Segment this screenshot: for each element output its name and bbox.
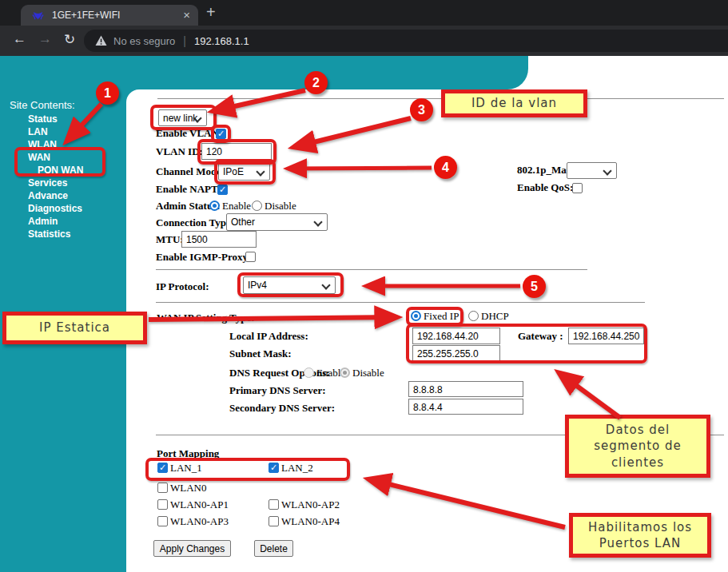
lan2-label: LAN_2 xyxy=(281,463,313,474)
local-ip-label: Local IP Address: xyxy=(229,331,308,342)
sidebar-item-diagnostics[interactable]: Diagnostics xyxy=(28,203,82,214)
step-2-badge: 2 xyxy=(304,71,328,94)
subnet-mask-input[interactable]: 255.255.255.0 xyxy=(412,345,500,362)
step-4-badge: 4 xyxy=(434,156,457,179)
wlan0-ap3-label: WLAN0-AP3 xyxy=(170,516,229,527)
link-select[interactable]: new link xyxy=(158,109,207,126)
connection-type-select[interactable]: Other xyxy=(226,213,328,231)
back-icon[interactable]: ← xyxy=(13,31,26,47)
chevron-down-icon xyxy=(313,217,322,226)
wlan0-ap1-label: WLAN0-AP1 xyxy=(170,499,229,510)
wlan0-ap2-label: WLAN0-AP2 xyxy=(281,499,340,510)
ip-protocol-value: IPv4 xyxy=(248,280,267,291)
lan1-checkbox[interactable] xyxy=(157,463,168,473)
wlan0-label: WLAN0 xyxy=(170,483,207,494)
sidebar-item-advance[interactable]: Advance xyxy=(28,190,68,201)
callout-vlan-id: ID de la vlan xyxy=(441,89,587,117)
wan-ip-settings-label: WAN IP Settings: xyxy=(157,312,235,324)
connection-type-label: Connection Type: xyxy=(156,217,234,228)
dhcp-label: DHCP xyxy=(481,311,509,322)
secondary-dns-label: Secondary DNS Server: xyxy=(229,403,335,414)
omnibox-separator: | xyxy=(183,34,186,47)
wlan0-ap1-checkbox[interactable] xyxy=(157,499,168,510)
dns-enable-radio[interactable] xyxy=(304,367,314,378)
local-ip-input[interactable]: 192.168.44.20 xyxy=(412,328,500,344)
ip-protocol-select[interactable]: IPv4 xyxy=(243,276,336,294)
wlan0-ap4-label: WLAN0-AP4 xyxy=(281,516,340,527)
admin-enable-radio[interactable] xyxy=(209,201,220,211)
wlan0-ap2-checkbox[interactable] xyxy=(269,499,279,510)
connection-type-value: Other xyxy=(231,216,255,228)
8021p-mark-select[interactable] xyxy=(567,162,617,179)
callout-client-segment: Datos del segmento de clientes xyxy=(565,415,710,478)
mtu-label: MTU: xyxy=(156,234,184,245)
callout-static-ip: IP Estatica xyxy=(2,312,147,344)
dns-disable-label: Disable xyxy=(352,367,384,379)
apply-changes-button[interactable]: Apply Changes xyxy=(153,540,231,557)
reload-icon[interactable]: ↻ xyxy=(64,31,75,48)
address-bar[interactable]: No es seguro | 192.168.1.1 xyxy=(84,30,728,52)
not-secure-warning-icon xyxy=(95,35,107,46)
admin-disable-label: Disable xyxy=(265,201,296,212)
dns-request-options-label: DNS Request Options: xyxy=(229,367,330,379)
port-mapping-title: Port Mapping xyxy=(157,448,219,459)
vlan-id-input[interactable]: 120 xyxy=(201,143,272,160)
wlan0-ap4-checkbox[interactable] xyxy=(269,516,279,526)
forward-icon[interactable]: → xyxy=(38,31,52,47)
callout-lan-ports: Habilitamos los Puertos LAN xyxy=(569,513,711,558)
url-text: 192.168.1.1 xyxy=(194,35,249,47)
browser-tab[interactable]: 1GE+1FE+WIFI × xyxy=(21,5,198,26)
sidebar-item-wan[interactable]: WAN xyxy=(28,152,50,163)
primary-dns-label: Primary DNS Server: xyxy=(229,385,326,396)
sidebar-heading: Site Contents: xyxy=(10,99,75,111)
chevron-down-icon xyxy=(321,280,330,289)
type-label: Type: xyxy=(229,312,255,324)
step-1-badge: 1 xyxy=(96,81,119,105)
screenshot-root: 1GE+1FE+WIFI × + ← → ↻ No es seguro | 19… xyxy=(0,0,728,572)
sidebar-item-wlan[interactable]: WLAN xyxy=(28,139,57,150)
wlan0-checkbox[interactable] xyxy=(157,483,168,493)
divider-wan-ip xyxy=(156,302,645,303)
wlan0-ap3-checkbox[interactable] xyxy=(157,516,168,526)
vlan-id-label: VLAN ID: xyxy=(156,146,203,157)
ip-protocol-label: IP Protocol: xyxy=(156,281,209,292)
sidebar-item-pon-wan[interactable]: PON WAN xyxy=(38,165,83,176)
gateway-input[interactable]: 192.168.44.250 xyxy=(568,328,644,344)
enable-vlan-checkbox[interactable] xyxy=(216,129,226,139)
sidebar-item-services[interactable]: Services xyxy=(28,177,67,189)
enable-napt-checkbox[interactable] xyxy=(217,185,228,195)
chevron-down-icon xyxy=(256,167,265,176)
delete-button[interactable]: Delete xyxy=(254,540,293,557)
igmp-proxy-checkbox[interactable] xyxy=(245,252,256,262)
chevron-down-icon xyxy=(603,166,611,175)
sidebar-item-lan[interactable]: LAN xyxy=(28,126,48,137)
new-tab-button[interactable]: + xyxy=(206,3,216,22)
dns-disable-radio[interactable] xyxy=(340,367,350,378)
fixed-ip-radio[interactable] xyxy=(411,311,421,321)
admin-disable-radio[interactable] xyxy=(252,201,262,211)
security-label: No es seguro xyxy=(113,35,175,47)
browser-tab-bar: 1GE+1FE+WIFI × + xyxy=(0,0,728,26)
mtu-input[interactable]: 1500 xyxy=(181,231,257,248)
lan2-checkbox[interactable] xyxy=(269,463,279,473)
step-3-badge: 3 xyxy=(410,98,433,121)
channel-mode-select[interactable]: IPoE xyxy=(218,163,270,181)
dhcp-radio[interactable] xyxy=(468,311,479,321)
secondary-dns-input[interactable]: 8.8.4.4 xyxy=(408,399,523,415)
subnet-mask-label: Subnet Mask: xyxy=(229,348,292,359)
router-favicon-icon xyxy=(32,10,44,22)
tab-close-icon[interactable]: × xyxy=(183,8,190,22)
sidebar-item-statistics[interactable]: Statistics xyxy=(28,228,70,240)
gateway-label: Gateway : xyxy=(518,331,563,342)
primary-dns-input[interactable]: 8.8.8.8 xyxy=(408,381,523,397)
sidebar-item-status[interactable]: Status xyxy=(28,113,58,125)
enable-vlan-label: Enable VLAN: xyxy=(156,128,222,139)
lan1-label: LAN_1 xyxy=(170,463,202,474)
fixed-ip-label: Fixed IP xyxy=(424,311,459,322)
sidebar-item-admin[interactable]: Admin xyxy=(28,216,58,227)
enable-napt-label: Enable NAPT: xyxy=(156,184,221,195)
enable-qos-checkbox[interactable] xyxy=(572,183,583,193)
divider-ip-protocol xyxy=(156,269,587,270)
enable-qos-label: Enable QoS: xyxy=(517,182,573,193)
tab-title: 1GE+1FE+WIFI xyxy=(52,10,120,21)
